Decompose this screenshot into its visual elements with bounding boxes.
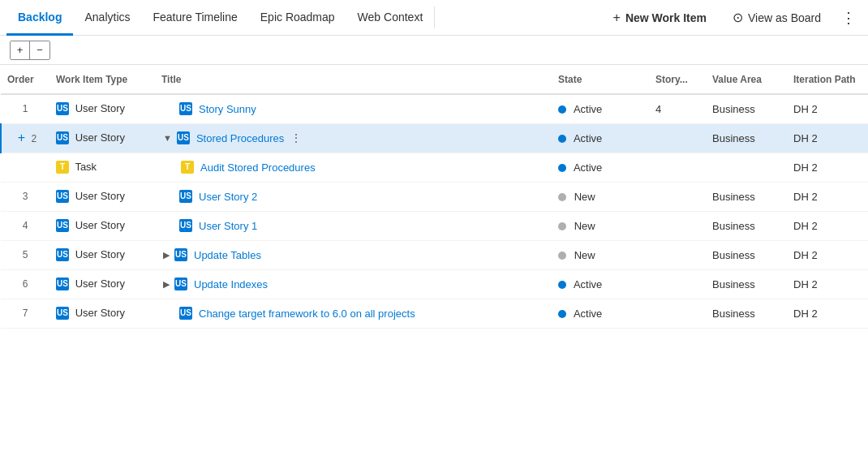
cell-type: US User Story bbox=[49, 123, 155, 153]
cell-state: Active bbox=[552, 153, 649, 182]
table-row[interactable]: 1 US User Story US Story Sunny Active 4 … bbox=[1, 94, 868, 123]
work-item-type-label: User Story bbox=[75, 277, 125, 290]
state-label: New bbox=[574, 191, 595, 203]
cell-title[interactable]: T Audit Stored Procedures bbox=[155, 153, 552, 182]
expand-row-button[interactable]: ▼ bbox=[161, 131, 174, 144]
expand-collapse-controls: + − bbox=[10, 41, 50, 60]
title-link[interactable]: Update Indexes bbox=[194, 278, 268, 290]
cell-order: + 2 bbox=[1, 123, 49, 153]
title-link[interactable]: Story Sunny bbox=[199, 103, 256, 115]
col-header-state: State bbox=[552, 65, 649, 94]
table-row[interactable]: 7 US User Story US Change target framewo… bbox=[1, 299, 868, 328]
col-header-value-area: Value Area bbox=[706, 65, 787, 94]
cell-value-area: Business bbox=[706, 269, 787, 299]
more-options-button[interactable]: ⋮ bbox=[836, 5, 862, 31]
cell-title[interactable]: ▶ US Update Tables bbox=[155, 240, 552, 269]
cell-story-points: 4 bbox=[649, 94, 706, 123]
title-work-item-icon: T bbox=[181, 161, 194, 174]
title-work-item-icon: US bbox=[179, 219, 192, 232]
table-row[interactable]: 5 US User Story ▶ US Update Tables New B… bbox=[1, 240, 868, 269]
state-dot bbox=[558, 193, 566, 201]
cell-order: 1 bbox=[1, 94, 49, 123]
cell-type: US User Story bbox=[49, 94, 155, 123]
work-item-type-label: User Story bbox=[75, 102, 125, 114]
table-row[interactable]: 6 US User Story ▶ US Update Indexes Acti… bbox=[1, 269, 868, 299]
value-area-label: Business bbox=[712, 191, 755, 203]
state-label: New bbox=[574, 220, 595, 232]
work-item-type-label: Task bbox=[75, 161, 97, 173]
iteration-path-label: DH 2 bbox=[793, 103, 818, 115]
order-value: 2 bbox=[32, 133, 37, 144]
state-dot bbox=[558, 281, 566, 289]
table-row[interactable]: T Task T Audit Stored Procedures Active … bbox=[1, 153, 868, 182]
cell-value-area: Business bbox=[706, 211, 787, 240]
cell-title[interactable]: ▼ US Stored Procedures ⋮ bbox=[155, 123, 552, 153]
cell-iteration-path: DH 2 bbox=[787, 211, 868, 240]
cell-iteration-path: DH 2 bbox=[787, 182, 868, 211]
state-label: Active bbox=[574, 132, 602, 144]
cell-value-area: Business bbox=[706, 94, 787, 123]
cell-order bbox=[1, 153, 49, 182]
state-dot bbox=[558, 105, 566, 114]
title-work-item-icon: US bbox=[174, 277, 187, 290]
expand-row-button[interactable]: ▶ bbox=[161, 277, 171, 291]
cell-value-area: Business bbox=[706, 240, 787, 269]
title-link[interactable]: Update Tables bbox=[194, 249, 261, 261]
cell-title[interactable]: ▶ US Update Indexes bbox=[155, 269, 552, 299]
collapse-all-button[interactable]: − bbox=[30, 41, 49, 59]
cell-type: US User Story bbox=[49, 299, 155, 328]
work-item-type-icon: US bbox=[56, 248, 69, 261]
cell-story-points bbox=[649, 269, 706, 299]
cell-title[interactable]: US User Story 2 bbox=[155, 182, 552, 211]
plus-icon: + bbox=[613, 11, 621, 25]
state-label: Active bbox=[574, 161, 602, 174]
col-header-title: Title bbox=[155, 65, 552, 94]
new-work-item-label: New Work Item bbox=[625, 11, 707, 24]
new-work-item-button[interactable]: + New Work Item bbox=[602, 6, 718, 30]
cell-iteration-path: DH 2 bbox=[787, 240, 868, 269]
cell-type: US User Story bbox=[49, 211, 155, 240]
title-link[interactable]: Change target framework to 6.0 on all pr… bbox=[199, 308, 415, 320]
state-dot bbox=[558, 164, 566, 172]
order-value: 7 bbox=[23, 308, 28, 319]
title-link[interactable]: Stored Procedures bbox=[196, 132, 284, 144]
title-link[interactable]: User Story 1 bbox=[199, 220, 257, 232]
nav-tab-analytics[interactable]: Analytics bbox=[73, 1, 141, 36]
iteration-path-label: DH 2 bbox=[793, 308, 818, 320]
row-context-menu-button[interactable]: ⋮ bbox=[287, 130, 305, 146]
cell-state: New bbox=[552, 240, 649, 269]
cell-order: 4 bbox=[1, 211, 49, 240]
cell-title[interactable]: US Change target framework to 6.0 on all… bbox=[155, 299, 552, 328]
work-item-type-label: User Story bbox=[75, 219, 125, 231]
more-icon: ⋮ bbox=[841, 9, 856, 27]
nav-tab-feature-timeline[interactable]: Feature Timeline bbox=[142, 1, 249, 36]
view-as-board-button[interactable]: ⊙ View as Board bbox=[721, 5, 832, 30]
order-value: 1 bbox=[23, 103, 28, 114]
nav-tab-web-context[interactable]: Web Context bbox=[346, 1, 435, 36]
nav-divider bbox=[434, 6, 435, 28]
cell-iteration-path: DH 2 bbox=[787, 153, 868, 182]
add-child-button[interactable]: + bbox=[15, 131, 28, 145]
cell-story-points bbox=[649, 153, 706, 182]
title-link[interactable]: Audit Stored Procedures bbox=[200, 161, 316, 174]
order-value: 5 bbox=[23, 249, 28, 260]
cell-story-points bbox=[649, 240, 706, 269]
expand-row-button[interactable]: ▶ bbox=[161, 248, 171, 262]
table-row[interactable]: 3 US User Story US User Story 2 New Busi… bbox=[1, 182, 868, 211]
order-value: 4 bbox=[23, 220, 28, 231]
cell-title[interactable]: US Story Sunny bbox=[155, 94, 552, 123]
cell-iteration-path: DH 2 bbox=[787, 94, 868, 123]
work-item-type-icon: US bbox=[56, 277, 69, 290]
expand-all-button[interactable]: + bbox=[11, 41, 30, 59]
backlog-table: Order Work Item Type Title State Story..… bbox=[0, 65, 868, 329]
state-label: Active bbox=[574, 278, 602, 290]
nav-tab-epic-roadmap[interactable]: Epic Roadmap bbox=[249, 1, 346, 36]
cell-title[interactable]: US User Story 1 bbox=[155, 211, 552, 240]
cell-type: US User Story bbox=[49, 240, 155, 269]
nav-tab-backlog[interactable]: Backlog bbox=[6, 1, 73, 36]
table-row[interactable]: + 2 US User Story ▼ US Stored Procedures… bbox=[1, 123, 868, 153]
cell-order: 3 bbox=[1, 182, 49, 211]
table-row[interactable]: 4 US User Story US User Story 1 New Busi… bbox=[1, 211, 868, 240]
work-item-type-label: User Story bbox=[75, 248, 125, 260]
title-link[interactable]: User Story 2 bbox=[199, 191, 257, 203]
